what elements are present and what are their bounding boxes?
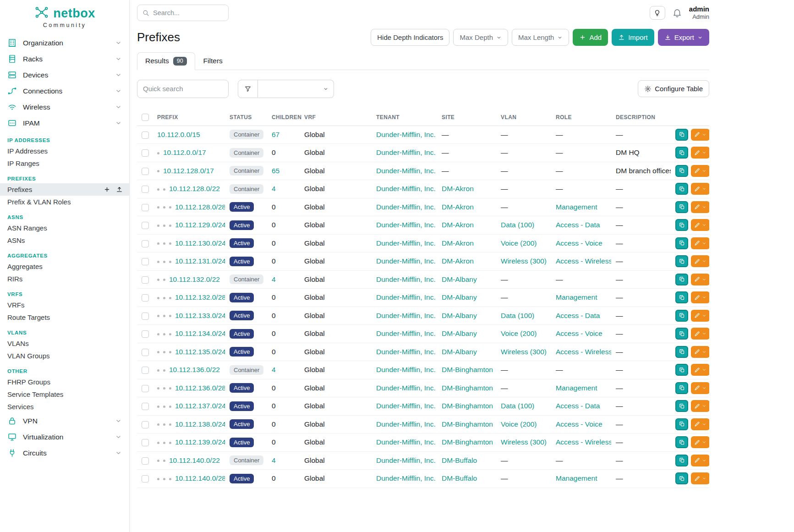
copy-button[interactable] [675, 472, 688, 484]
row-checkbox[interactable] [142, 313, 149, 320]
vlan-link[interactable]: Voice (200) [501, 420, 537, 428]
sidebar-item-prefix-vlan-roles[interactable]: Prefix & VLAN Roles [0, 196, 129, 208]
children-count-link[interactable]: 4 [272, 275, 276, 283]
role-link[interactable]: Access - Data [556, 312, 600, 319]
sidebar-item-route-targets[interactable]: Route Targets [0, 311, 129, 324]
copy-button[interactable] [675, 291, 688, 303]
vlan-link[interactable]: Wireless (300) [501, 348, 547, 356]
vlan-link[interactable]: Wireless (300) [501, 438, 547, 446]
row-checkbox[interactable] [142, 276, 149, 284]
saved-filter-select[interactable] [258, 80, 334, 98]
children-count-link[interactable]: 4 [272, 456, 276, 464]
search-input[interactable] [137, 5, 229, 21]
copy-button[interactable] [675, 183, 688, 195]
vlan-link[interactable]: Voice (200) [501, 239, 537, 247]
export-button[interactable]: Export [658, 29, 709, 46]
prefix-link[interactable]: 10.112.140.0/22 [169, 456, 220, 464]
edit-button[interactable] [691, 346, 709, 358]
edit-button[interactable] [691, 201, 709, 213]
vlan-link[interactable]: Data (100) [501, 402, 534, 410]
role-link[interactable]: Access - Wireless [556, 438, 611, 446]
edit-button[interactable] [691, 147, 709, 159]
row-checkbox[interactable] [142, 439, 149, 446]
site-link[interactable]: DM-Albany [442, 293, 477, 301]
row-checkbox[interactable] [142, 475, 149, 483]
role-link[interactable]: Access - Voice [556, 420, 602, 428]
role-link[interactable]: Access - Voice [556, 239, 602, 247]
copy-button[interactable] [675, 129, 688, 141]
configure-table-button[interactable]: Configure Table [638, 80, 709, 97]
tenant-link[interactable]: Dunder-Mifflin, Inc. [376, 329, 436, 337]
prefix-link[interactable]: 10.112.140.0/28 [175, 474, 225, 482]
row-checkbox[interactable] [142, 421, 149, 428]
site-link[interactable]: DM-Binghamton [442, 402, 493, 410]
copy-button[interactable] [675, 364, 688, 376]
sidebar-item-prefixes[interactable]: Prefixes [0, 183, 129, 196]
vlan-link[interactable]: Voice (200) [501, 329, 537, 337]
tenant-link[interactable]: Dunder-Mifflin, Inc. [376, 275, 436, 283]
copy-button[interactable] [675, 274, 688, 285]
plus-button[interactable] [104, 186, 110, 193]
row-checkbox[interactable] [142, 330, 149, 338]
row-checkbox[interactable] [142, 204, 149, 211]
edit-button[interactable] [691, 129, 709, 141]
site-link[interactable]: DM-Buffalo [442, 456, 477, 464]
vlan-link[interactable]: Wireless (300) [501, 257, 547, 265]
edit-button[interactable] [691, 255, 709, 267]
edit-button[interactable] [691, 328, 709, 340]
max-length-dropdown[interactable]: Max Length [512, 29, 569, 46]
sidebar-group-devices[interactable]: Devices [0, 67, 129, 83]
select-all-checkbox[interactable] [142, 114, 149, 121]
role-link[interactable]: Access - Data [556, 221, 600, 229]
tenant-link[interactable]: Dunder-Mifflin, Inc. [376, 312, 436, 319]
edit-button[interactable] [691, 274, 709, 285]
sidebar-group-racks[interactable]: Racks [0, 51, 129, 67]
prefix-link[interactable]: 10.112.128.0/28 [175, 203, 225, 211]
vlan-link[interactable]: Data (100) [501, 221, 534, 229]
prefix-link[interactable]: 10.112.132.0/22 [169, 275, 220, 283]
sidebar-group-virtualization[interactable]: Virtualization [0, 429, 129, 445]
prefix-link[interactable]: 10.112.134.0/24 [175, 329, 225, 337]
sidebar-item-vlans[interactable]: VLANs [0, 337, 129, 350]
edit-button[interactable] [691, 472, 709, 484]
prefix-link[interactable]: 10.112.136.0/28 [175, 384, 225, 392]
row-checkbox[interactable] [142, 258, 149, 265]
tenant-link[interactable]: Dunder-Mifflin, Inc. [376, 167, 436, 175]
prefix-link[interactable]: 10.112.136.0/22 [169, 366, 220, 373]
prefix-link[interactable]: 10.112.0.0/17 [163, 148, 206, 156]
role-link[interactable]: Access - Data [556, 402, 600, 410]
tenant-link[interactable]: Dunder-Mifflin, Inc. [376, 148, 436, 156]
add-button[interactable]: Add [573, 29, 608, 46]
tenant-link[interactable]: Dunder-Mifflin, Inc. [376, 293, 436, 301]
edit-button[interactable] [691, 219, 709, 231]
edit-button[interactable] [691, 418, 709, 430]
row-checkbox[interactable] [142, 132, 149, 139]
edit-button[interactable] [691, 310, 709, 322]
site-link[interactable]: DM-Albany [442, 329, 477, 337]
copy-button[interactable] [675, 219, 688, 231]
site-link[interactable]: DM-Akron [442, 185, 474, 192]
copy-button[interactable] [675, 455, 688, 466]
sidebar-item-vlan-groups[interactable]: VLAN Groups [0, 350, 129, 362]
site-link[interactable]: DM-Akron [442, 221, 474, 229]
sidebar-item-services[interactable]: Services [0, 400, 129, 413]
tenant-link[interactable]: Dunder-Mifflin, Inc. [376, 402, 436, 410]
tenant-link[interactable]: Dunder-Mifflin, Inc. [376, 474, 436, 482]
import-button[interactable]: Import [612, 29, 654, 46]
copy-button[interactable] [675, 436, 688, 448]
copy-button[interactable] [675, 310, 688, 322]
sidebar-item-asn-ranges[interactable]: ASN Ranges [0, 222, 129, 234]
site-link[interactable]: DM-Buffalo [442, 474, 477, 482]
row-checkbox[interactable] [142, 149, 149, 157]
copy-button[interactable] [675, 255, 688, 267]
bell-icon[interactable] [672, 8, 682, 18]
site-link[interactable]: DM-Binghamton [442, 384, 493, 392]
tenant-link[interactable]: Dunder-Mifflin, Inc. [376, 131, 436, 138]
sidebar-item-ip-addresses[interactable]: IP Addresses [0, 145, 129, 157]
sidebar-item-asns[interactable]: ASNs [0, 234, 129, 247]
row-checkbox[interactable] [142, 168, 149, 175]
tab-results[interactable]: Results 90 [137, 52, 195, 70]
edit-button[interactable] [691, 291, 709, 303]
tenant-link[interactable]: Dunder-Mifflin, Inc. [376, 239, 436, 247]
prefix-link[interactable]: 10.112.128.0/22 [169, 185, 220, 192]
